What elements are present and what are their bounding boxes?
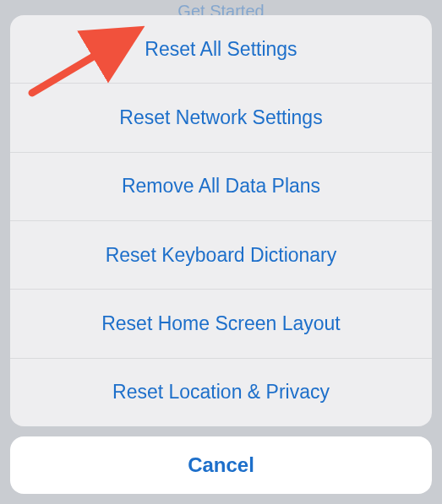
option-reset-keyboard-dictionary[interactable]: Reset Keyboard Dictionary — [10, 221, 432, 290]
cancel-label: Cancel — [188, 453, 254, 477]
option-reset-home-screen-layout[interactable]: Reset Home Screen Layout — [10, 290, 432, 358]
reset-options-list: Reset All Settings Reset Network Setting… — [10, 15, 432, 426]
option-label: Reset Location & Privacy — [112, 381, 330, 404]
option-label: Reset Keyboard Dictionary — [106, 244, 337, 267]
cancel-button[interactable]: Cancel — [10, 436, 432, 494]
action-sheet: Reset All Settings Reset Network Setting… — [10, 15, 432, 494]
option-label: Reset All Settings — [145, 38, 297, 61]
option-label: Reset Home Screen Layout — [101, 312, 341, 335]
option-label: Remove All Data Plans — [122, 175, 320, 198]
option-remove-all-data-plans[interactable]: Remove All Data Plans — [10, 153, 432, 221]
option-reset-network-settings[interactable]: Reset Network Settings — [10, 84, 432, 152]
option-reset-location-privacy[interactable]: Reset Location & Privacy — [10, 359, 432, 426]
option-label: Reset Network Settings — [119, 106, 322, 129]
option-reset-all-settings[interactable]: Reset All Settings — [10, 15, 432, 84]
